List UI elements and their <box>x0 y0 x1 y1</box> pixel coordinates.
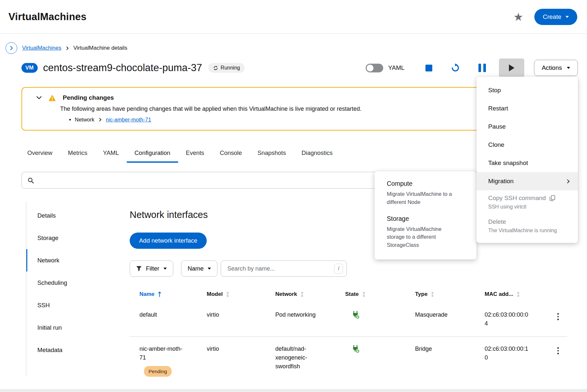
menu-item-label: Copy SSH command <box>488 195 546 202</box>
alert-collapse-toggle[interactable] <box>36 96 42 99</box>
column-header-name[interactable]: Name <box>130 291 197 297</box>
interface-connected-icon <box>351 310 360 319</box>
row-kebab-menu-button[interactable] <box>554 310 562 322</box>
vm-controls: YAML Actions <box>366 58 578 77</box>
alert-title: Pending changes <box>63 94 114 101</box>
table-row: default virtio Pod networking Masquerade… <box>130 303 567 336</box>
tab-diagnostics[interactable]: Diagnostics <box>294 147 341 163</box>
nic-name: nic-amber-moth-71 <box>139 345 185 362</box>
column-label: Name <box>139 291 154 297</box>
caret-down-icon <box>163 268 167 270</box>
filter-dropdown-label: Filter <box>146 265 159 272</box>
menu-item-restart[interactable]: Restart <box>476 99 578 118</box>
sort-icon <box>226 292 229 297</box>
tab-yaml[interactable]: YAML <box>95 147 127 163</box>
pause-icon <box>483 64 486 72</box>
sort-icon <box>517 292 520 297</box>
stop-icon <box>425 65 432 71</box>
network-interfaces-table: Name Model Network State <box>130 287 567 385</box>
submenu-item-storage[interactable]: Storage Migrate VirtualMachine storage t… <box>387 215 467 249</box>
tab-metrics[interactable]: Metrics <box>60 147 95 163</box>
sidebar-item-network[interactable]: Network <box>26 249 109 272</box>
column-header-network[interactable]: Network <box>266 291 335 297</box>
name-filter-label: Name <box>188 265 203 272</box>
vm-title-row: VM centos-stream9-chocolate-puma-37 Runn… <box>0 54 587 77</box>
sort-icon <box>431 292 434 297</box>
menu-item-copy-ssh-command[interactable]: Copy SSH command SSH using virtctl <box>476 190 578 214</box>
create-button-label: Create <box>543 13 561 20</box>
search-by-name: / <box>221 260 347 277</box>
menu-item-migration[interactable]: Migration <box>476 172 578 190</box>
expand-drawer-button[interactable] <box>6 42 17 54</box>
sidebar-item-details[interactable]: Details <box>26 204 109 227</box>
sidebar-item-ssh[interactable]: SSH <box>26 294 109 316</box>
vm-details-page: VirtualMachines ★ Create VirtualMachines… <box>0 0 587 392</box>
vm-status-badge: Running <box>208 63 245 73</box>
nic-network: default/nad-xenogeneic-swordfish <box>266 345 319 371</box>
pause-button[interactable] <box>478 64 486 72</box>
menu-item-clone[interactable]: Clone <box>476 136 578 154</box>
sidebar-item-scheduling[interactable]: Scheduling <box>26 272 109 294</box>
create-button[interactable]: Create <box>534 9 577 25</box>
menu-item-delete[interactable]: Delete The VirtualMachine is running <box>476 214 578 238</box>
row-kebab-menu-button[interactable] <box>554 345 562 356</box>
submenu-item-compute[interactable]: Compute Migrate VirtualMachine to a diff… <box>387 180 467 206</box>
submenu-item-title: Compute <box>387 180 467 187</box>
restart-button[interactable] <box>450 63 460 73</box>
sidebar-item-metadata[interactable]: Metadata <box>26 339 109 361</box>
yaml-toggle[interactable] <box>366 64 383 72</box>
favorite-star-icon[interactable]: ★ <box>513 11 523 22</box>
caret-down-icon <box>566 16 569 18</box>
column-label: State <box>345 291 359 297</box>
column-label: Network <box>275 291 297 297</box>
sort-icon <box>362 292 365 297</box>
page-title: VirtualMachines <box>8 11 86 23</box>
sort-icon <box>301 292 304 297</box>
column-label: Type <box>415 291 427 297</box>
submenu-item-description: Migrate VirtualMachine to a different No… <box>387 190 455 206</box>
search-icon <box>28 177 34 183</box>
sidebar-item-initial-run[interactable]: Initial run <box>26 316 109 339</box>
breadcrumb-link-virtualmachines[interactable]: VirtualMachines <box>22 45 61 51</box>
add-network-interface-button[interactable]: Add network interface <box>130 233 207 249</box>
nic-type: Bridge <box>405 345 475 353</box>
alert-pending-link[interactable]: nic-amber-moth-71 <box>106 117 151 123</box>
menu-item-label: Migration <box>488 178 514 185</box>
search-by-name-input[interactable] <box>227 265 332 272</box>
tab-overview[interactable]: Overview <box>20 147 60 163</box>
column-header-type[interactable]: Type <box>405 291 475 297</box>
tab-events[interactable]: Events <box>178 147 212 163</box>
restart-icon <box>450 63 460 73</box>
tab-snapshots[interactable]: Snapshots <box>250 147 294 163</box>
filter-dropdown[interactable]: Filter <box>130 260 173 277</box>
column-label: Model <box>207 291 223 297</box>
submenu-item-description: Migrate VirtualMachine storage to a diff… <box>387 225 455 249</box>
sorted-ascending-icon <box>158 291 161 297</box>
play-button[interactable] <box>499 58 524 77</box>
actions-button-label: Actions <box>542 64 562 71</box>
menu-item-pause[interactable]: Pause <box>476 118 578 136</box>
chevron-right-icon <box>98 118 102 121</box>
menu-item-take-snapshot[interactable]: Take snapshot <box>476 154 578 172</box>
actions-menu: Stop Restart Pause Clone Take snapshot M… <box>476 77 578 243</box>
vm-kind-badge: VM <box>21 63 38 73</box>
breadcrumb-row: VirtualMachines VirtualMachine details <box>0 34 587 54</box>
menu-item-subtitle: SSH using virtctl <box>488 204 570 210</box>
column-header-mac[interactable]: MAC add... <box>475 291 549 297</box>
caret-down-icon <box>208 268 211 270</box>
configuration-sidebar: Details Storage Network Scheduling SSH I… <box>26 202 109 376</box>
name-filter-dropdown[interactable]: Name <box>181 260 217 277</box>
menu-item-stop[interactable]: Stop <box>476 81 578 99</box>
nic-model: virtio <box>197 345 266 353</box>
pending-badge: Pending <box>144 366 172 377</box>
page-bottom-strip <box>0 389 587 392</box>
actions-dropdown-button[interactable]: Actions <box>534 60 578 76</box>
submenu-item-title: Storage <box>387 215 467 222</box>
sidebar-item-storage[interactable]: Storage <box>26 227 109 249</box>
tab-configuration[interactable]: Configuration <box>127 147 178 163</box>
column-header-state[interactable]: State <box>335 291 405 297</box>
tab-console[interactable]: Console <box>212 147 250 163</box>
stop-button[interactable] <box>425 65 432 71</box>
column-label: MAC add... <box>485 291 513 297</box>
column-header-model[interactable]: Model <box>197 291 266 297</box>
